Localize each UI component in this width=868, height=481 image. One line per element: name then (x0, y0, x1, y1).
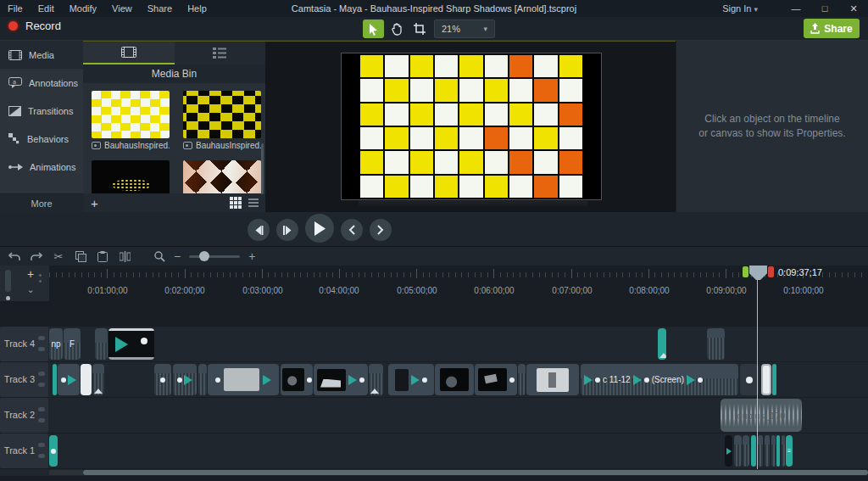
cursor-tool-button[interactable] (363, 20, 384, 38)
cut-button[interactable]: ✂ (47, 250, 70, 263)
pan-tool-button[interactable] (386, 20, 407, 38)
media-item[interactable]: BauhausInspired... (92, 91, 170, 152)
zoom-in-button[interactable]: + (248, 249, 255, 263)
timeline-hscrollbar[interactable] (0, 469, 868, 476)
timeline-clip[interactable]: c 11-12 (Screen) (581, 364, 738, 395)
next-frame-button[interactable] (276, 219, 298, 241)
timeline-clip[interactable] (53, 364, 57, 395)
timeline-clip[interactable] (92, 364, 104, 395)
timeline-clip[interactable] (95, 328, 108, 360)
timeline-clip[interactable] (765, 435, 770, 467)
add-track-button[interactable]: + (24, 267, 37, 281)
timeline-ruler[interactable]: 0:01:00;00 0:02:00;00 0:03:00;00 0:04:00… (49, 266, 868, 301)
eye-icon[interactable] (38, 443, 45, 447)
menu-view[interactable]: View (104, 3, 140, 14)
split-button[interactable] (114, 251, 136, 262)
media-item[interactable] (183, 160, 261, 194)
timeline-clip[interactable] (475, 364, 517, 395)
timeline-clip[interactable] (49, 435, 58, 467)
sign-in-button[interactable]: Sign In ▾ (722, 3, 758, 14)
media-bin-tab[interactable] (83, 42, 175, 64)
eye-icon[interactable] (38, 372, 45, 376)
timeline-clip[interactable] (58, 364, 80, 395)
timeline-clip[interactable] (658, 328, 666, 360)
preview-canvas[interactable] (341, 53, 602, 200)
crop-tool-button[interactable] (409, 20, 430, 38)
grid-view-button[interactable] (230, 197, 242, 209)
sidebar-item-annotations[interactable]: a Annotations (0, 69, 83, 97)
track-4-header[interactable]: Track 4 (0, 327, 48, 361)
menu-help[interactable]: Help (180, 3, 214, 14)
timeline-zoom-slider[interactable] (189, 255, 240, 258)
share-button[interactable]: Share (804, 19, 860, 38)
menu-file[interactable]: File (0, 3, 31, 14)
sidebar-item-behaviors[interactable]: Behaviors (0, 125, 83, 153)
next-clip-button[interactable] (370, 219, 392, 241)
track-2-header[interactable]: Track 2 (0, 398, 48, 433)
timeline-hscrollbar-thumb[interactable] (83, 470, 868, 475)
timeline-clip[interactable] (725, 435, 732, 467)
lock-icon[interactable] (38, 347, 45, 351)
timeline-clip[interactable] (154, 364, 171, 395)
timeline-clip[interactable] (776, 435, 780, 467)
timeline-zoom-thumb[interactable] (199, 251, 209, 261)
media-item[interactable]: BauhausInspired... (183, 91, 261, 152)
redo-button[interactable] (25, 251, 47, 261)
track-1-header[interactable]: Track 1 (0, 433, 48, 468)
menu-share[interactable]: Share (140, 3, 180, 14)
eye-icon[interactable] (38, 336, 45, 340)
timeline-clip[interactable] (761, 364, 771, 395)
record-button[interactable]: Record (7, 20, 61, 32)
sidebar-item-transitions[interactable]: Transitions (0, 97, 83, 125)
timeline-clip[interactable] (388, 364, 434, 395)
list-view-button[interactable] (248, 197, 259, 209)
timeline-clip[interactable] (198, 364, 207, 395)
timeline-clip[interactable]: F (64, 328, 81, 360)
menu-edit[interactable]: Edit (31, 3, 62, 14)
previous-frame-button[interactable] (248, 219, 270, 241)
media-item[interactable] (92, 160, 170, 194)
timeline-clip[interactable] (81, 364, 92, 395)
media-bin-scrollbar[interactable] (261, 143, 264, 194)
timeline-clip[interactable] (281, 364, 313, 395)
timeline-clip[interactable] (526, 364, 579, 395)
timeline-clip[interactable] (758, 435, 763, 467)
previous-clip-button[interactable] (341, 219, 363, 241)
timeline-clip[interactable]: ≡ (786, 435, 793, 467)
add-media-button[interactable]: + (91, 196, 98, 210)
menu-modify[interactable]: Modify (62, 3, 104, 14)
timeline-clip[interactable] (369, 364, 383, 395)
timeline-clip[interactable] (314, 364, 368, 395)
lock-icon[interactable] (38, 454, 45, 458)
timeline-clip[interactable] (208, 364, 279, 395)
undo-button[interactable] (3, 251, 25, 261)
play-button[interactable] (305, 214, 334, 243)
timeline-clip[interactable] (173, 364, 197, 395)
timeline-clip[interactable] (435, 364, 474, 395)
track-3-header[interactable]: Track 3 (0, 362, 48, 397)
lock-icon[interactable] (38, 383, 45, 387)
maximize-button[interactable]: □ (810, 0, 839, 17)
timeline-clip[interactable] (771, 435, 776, 467)
timeline-clip[interactable] (782, 435, 785, 467)
timeline-clip[interactable] (772, 364, 776, 395)
minimize-button[interactable]: — (782, 0, 810, 17)
timeline-clip[interactable] (740, 364, 759, 395)
collapse-tracks-button[interactable]: ⌄ (24, 284, 37, 295)
timeline-clip[interactable] (743, 435, 749, 467)
timeline-clip[interactable] (518, 364, 526, 395)
timeline[interactable]: + ⌄ 0:01:00;00 0:02:00;00 0:03:00;00 0:0… (0, 266, 868, 481)
canvas-stage[interactable] (265, 41, 676, 212)
close-button[interactable]: ✕ (839, 0, 868, 17)
eye-icon[interactable] (38, 407, 45, 411)
timeline-clip[interactable]: np (49, 328, 63, 360)
sidebar-more-button[interactable]: More (0, 193, 83, 212)
timeline-clip[interactable] (734, 435, 742, 467)
timeline-clip[interactable] (751, 435, 756, 467)
canvas-zoom-select[interactable]: 21% ▾ (434, 20, 495, 38)
track-scroll-pill[interactable] (5, 270, 11, 292)
zoom-out-button[interactable]: − (174, 249, 181, 263)
paste-button[interactable] (92, 251, 114, 262)
timeline-clip[interactable] (108, 328, 154, 360)
copy-button[interactable] (70, 251, 92, 262)
